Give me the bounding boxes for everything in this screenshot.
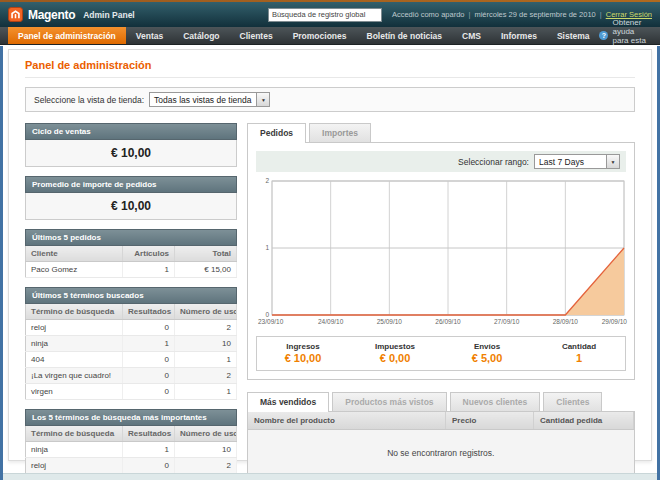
header-separator: | <box>600 10 602 19</box>
brand-suffix: Admin Panel <box>83 10 134 20</box>
app-header: Magento Admin Panel Accedió como apardo … <box>0 2 660 27</box>
stat-envios: Envíos € 5,00 <box>441 342 533 364</box>
orders-tab-panel: Seleccionar rango: Last 7 Days ▼ 01223/0… <box>247 142 635 380</box>
cell-results: 0 <box>123 320 175 336</box>
col-header: Término de búsqueda <box>26 426 123 442</box>
widget-top-search-terms: Los 5 términos de búsqueda más important… <box>25 409 237 480</box>
svg-text:25/09/10: 25/09/10 <box>377 318 403 325</box>
svg-text:26/09/10: 26/09/10 <box>435 318 461 325</box>
widget-title: Últimos 5 pedidos <box>25 229 237 246</box>
empty-row: No se encontraron registros. <box>248 430 634 477</box>
help-link[interactable]: ? Obtener ayuda para esta página <box>599 27 660 44</box>
stat-label: Envíos <box>441 342 533 351</box>
svg-text:2: 2 <box>265 177 269 184</box>
magento-logo[interactable]: Magento Admin Panel <box>8 7 135 22</box>
col-header: Cantidad pedida <box>534 412 634 430</box>
orders-area-chart: 01223/09/1024/09/1025/09/1026/09/1027/09… <box>256 177 628 329</box>
cell-results: 0 <box>123 352 175 368</box>
range-select[interactable]: Last 7 Days ▼ <box>534 154 620 169</box>
cell-customer: Paco Gomez <box>26 262 123 278</box>
cell-uses: 10 <box>175 442 237 458</box>
totals-box: Ingresos € 10,00 Impuestos € 0,00 Envíos… <box>256 336 626 371</box>
nav-item-informes[interactable]: Informes <box>491 27 547 44</box>
table-row[interactable]: reloj 0 2 <box>26 320 237 336</box>
nav-item-catalogo[interactable]: Catálogo <box>173 27 229 44</box>
table-row[interactable]: reloj 0 2 <box>26 458 237 474</box>
stat-label: Impuestos <box>349 342 441 351</box>
stat-cantidad: Cantidad 1 <box>533 342 625 364</box>
chevron-down-icon: ▼ <box>256 93 269 106</box>
nav-item-clientes[interactable]: Clientes <box>230 27 283 44</box>
cell-uses: 2 <box>175 458 237 474</box>
cell-uses: 1 <box>175 384 237 400</box>
cell-term: virgen <box>26 384 123 400</box>
table-row[interactable]: ninja 1 10 <box>26 336 237 352</box>
table-row[interactable]: 404 0 1 <box>26 352 237 368</box>
tab-importes[interactable]: Importes <box>309 123 371 142</box>
tab-nuevos-clientes[interactable]: Nuevos clientes <box>450 392 541 411</box>
col-header: Total <box>175 246 237 262</box>
svg-text:23/09/10: 23/09/10 <box>258 318 284 325</box>
main-nav: Panel de administración Ventas Catálogo … <box>0 27 660 45</box>
table-row[interactable]: Paco Gomez 1 € 15,00 <box>26 262 237 278</box>
widget-title: Los 5 términos de búsqueda más important… <box>25 409 237 426</box>
brand-name: Magento <box>28 8 75 22</box>
nav-item-promociones[interactable]: Promociones <box>283 27 357 44</box>
cell-total: € 15,00 <box>175 262 237 278</box>
col-header: Artículos <box>123 246 175 262</box>
store-view-select[interactable]: Todas las vistas de tienda ▼ <box>149 92 270 107</box>
nav-item-sistema[interactable]: Sistema <box>547 27 600 44</box>
magento-admin-window: Magento Admin Panel Accedió como apardo … <box>0 0 660 480</box>
col-header: Resultados <box>123 426 175 442</box>
widget-last-search-terms: Últimos 5 términos buscados Término de b… <box>25 287 237 400</box>
cell-term: 404 <box>26 352 123 368</box>
chevron-down-icon: ▼ <box>606 155 619 168</box>
sales-cycle-value: € 10,00 <box>25 140 237 167</box>
logged-in-text: Accedió como apardo <box>392 10 465 19</box>
widget-average-order: Promedio de importe de pedidos € 10,00 <box>25 176 237 220</box>
table-row[interactable]: ninja 1 10 <box>26 442 237 458</box>
nav-item-cms[interactable]: CMS <box>452 27 491 44</box>
tab-pedidos[interactable]: Pedidos <box>247 123 306 143</box>
cell-results: 0 <box>123 368 175 384</box>
magento-logo-icon <box>8 7 23 22</box>
col-header: Número de usos <box>175 304 237 320</box>
svg-text:28/09/10: 28/09/10 <box>553 318 579 325</box>
stat-value: € 5,00 <box>441 352 533 364</box>
store-view-label: Seleccione la vista de tienda: <box>34 95 144 105</box>
stat-label: Ingresos <box>257 342 349 351</box>
header-separator: | <box>468 10 470 19</box>
widget-title: Ciclo de ventas <box>25 123 237 140</box>
stat-value: € 0,00 <box>349 352 441 364</box>
col-header: Número de usos <box>175 426 237 442</box>
cell-term: ninja <box>26 336 123 352</box>
chart-wrapper: 01223/09/1024/09/1025/09/1026/09/1027/09… <box>256 177 626 329</box>
col-header: Cliente <box>26 246 123 262</box>
col-header: Resultados <box>123 304 175 320</box>
tab-productos-mas-vistos[interactable]: Productos más vistos <box>332 392 446 411</box>
tab-mas-vendidos[interactable]: Más vendidos <box>247 392 329 412</box>
dashboard-columns: Ciclo de ventas € 10,00 Promedio de impo… <box>25 123 635 480</box>
global-search-input[interactable] <box>268 8 382 22</box>
col-header: Nombre del producto <box>248 412 446 430</box>
range-selected-value: Last 7 Days <box>539 157 601 167</box>
nav-item-boletin[interactable]: Boletín de noticias <box>357 27 453 44</box>
cell-items: 1 <box>123 262 175 278</box>
col-header: Término de búsqueda <box>26 304 123 320</box>
cell-term: ninja <box>26 442 123 458</box>
table-row[interactable]: virgen 0 1 <box>26 384 237 400</box>
tab-clientes[interactable]: Clientes <box>543 392 602 411</box>
nav-item-ventas[interactable]: Ventas <box>126 27 173 44</box>
range-bar: Seleccionar rango: Last 7 Days ▼ <box>256 151 626 172</box>
dashboard-main: Pedidos Importes Seleccionar rango: Last… <box>247 123 635 480</box>
dashboard-sidebar: Ciclo de ventas € 10,00 Promedio de impo… <box>25 123 237 480</box>
store-view-bar: Seleccione la vista de tienda: Todas las… <box>25 87 635 112</box>
products-tab-panel: Nombre del producto Precio Cantidad pedi… <box>247 411 635 477</box>
nav-item-dashboard[interactable]: Panel de administración <box>8 27 126 44</box>
empty-message: No se encontraron registros. <box>248 430 634 477</box>
cell-uses: 2 <box>175 320 237 336</box>
table-row[interactable]: ¡La virgen que cuadro! 0 2 <box>26 368 237 384</box>
svg-text:1: 1 <box>265 244 269 251</box>
footer-strip <box>3 473 657 480</box>
cell-uses: 2 <box>175 368 237 384</box>
